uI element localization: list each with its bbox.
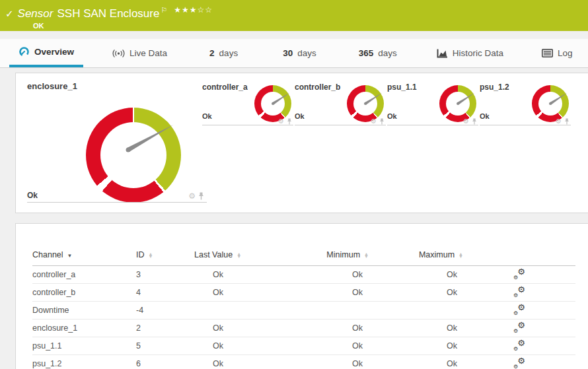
gauge-title: enclosure_1 bbox=[27, 81, 77, 91]
tab-2-days-number: 2 bbox=[209, 48, 215, 58]
cell-id: 3 bbox=[136, 266, 194, 284]
flag-icon[interactable]: ⚐ bbox=[161, 6, 167, 15]
cell-channel: controller_a bbox=[32, 266, 136, 284]
tile-divider bbox=[295, 125, 386, 125]
tab-historic-data[interactable]: Historic Data bbox=[427, 39, 513, 67]
pin-icon[interactable] bbox=[379, 118, 385, 125]
tab-30-days[interactable]: 30 days bbox=[274, 39, 326, 67]
table-row: Downtime -4 ⚙⚙ bbox=[32, 302, 575, 319]
cell-id: 2 bbox=[136, 319, 194, 337]
tile-actions: ⚙ bbox=[278, 118, 292, 125]
cell-minimum: Ok bbox=[310, 355, 369, 369]
gauge-title: psu_1.1 bbox=[387, 83, 417, 92]
historic-chart-icon bbox=[437, 49, 448, 58]
cell-channel: psu_1.1 bbox=[32, 337, 136, 355]
cell-minimum: Ok bbox=[310, 284, 369, 302]
log-list-icon bbox=[542, 49, 553, 57]
cell-channel: controller_b bbox=[32, 284, 136, 302]
table-row: enclosure_1 2 Ok Ok Ok ⚙⚙ bbox=[32, 319, 575, 337]
tile-actions: ⚙ bbox=[463, 118, 477, 125]
gauge-status: Ok bbox=[480, 112, 490, 120]
gauge-tile-psu-1-1[interactable]: psu_1.1 Ok ⚙ bbox=[387, 79, 478, 126]
tab-live-data[interactable]: Live Data bbox=[103, 39, 176, 67]
tab-bar: Overview Live Data 2 days 30 days 365 da… bbox=[0, 39, 588, 68]
cell-channel: psu_1.2 bbox=[32, 355, 136, 369]
tile-divider bbox=[480, 125, 571, 125]
tab-30-days-unit: days bbox=[297, 48, 316, 58]
gauge-tile-controller-b[interactable]: controller_b Ok ⚙ bbox=[295, 79, 386, 126]
pin-icon[interactable] bbox=[287, 118, 292, 125]
sort-icon: ▲▼ bbox=[237, 253, 241, 258]
cell-maximum: Ok bbox=[369, 284, 463, 302]
cell-last-value: Ok bbox=[194, 337, 310, 355]
tab-2-days[interactable]: 2 days bbox=[200, 39, 247, 67]
pin-icon[interactable] bbox=[564, 118, 570, 125]
column-header-id[interactable]: ID▲▼ bbox=[136, 250, 194, 266]
cell-channel: enclosure_1 bbox=[32, 319, 136, 337]
object-kind-label: Sensor bbox=[18, 7, 54, 20]
cell-last-value: Ok bbox=[194, 319, 310, 337]
cell-last-value: Ok bbox=[194, 284, 310, 302]
table-row: psu_1.1 5 Ok Ok Ok ⚙⚙ bbox=[32, 337, 575, 355]
tab-log-label: Log bbox=[558, 48, 573, 58]
stars-empty[interactable]: ☆☆ bbox=[198, 5, 213, 15]
gauge-tile-controller-a[interactable]: controller_a Ok ⚙ bbox=[202, 79, 293, 126]
gauge-tile-psu-1-2[interactable]: psu_1.2 Ok ⚙ bbox=[480, 79, 571, 126]
pin-icon[interactable] bbox=[198, 192, 204, 200]
priority-stars[interactable]: ★★★☆☆ bbox=[174, 5, 213, 15]
tab-365-days-unit: days bbox=[378, 48, 397, 58]
tab-365-days[interactable]: 365 days bbox=[349, 39, 406, 67]
gauges-panel: enclosure_1 Ok ⚙ controller_a Ok ⚙ contr… bbox=[15, 73, 588, 213]
cell-id: -4 bbox=[136, 302, 194, 319]
cell-id: 6 bbox=[136, 355, 194, 369]
ok-check-icon: ✓ bbox=[5, 8, 14, 20]
tile-divider bbox=[202, 125, 293, 125]
sort-icon: ▲▼ bbox=[459, 253, 463, 258]
channel-settings-icon[interactable]: ⚙⚙ bbox=[513, 286, 525, 297]
channel-settings-icon[interactable]: ⚙⚙ bbox=[513, 304, 525, 315]
gauge-tile-enclosure-1[interactable]: enclosure_1 Ok ⚙ bbox=[27, 81, 207, 208]
table-row: psu_1.2 6 Ok Ok Ok ⚙⚙ bbox=[32, 355, 575, 369]
gear-icon[interactable]: ⚙ bbox=[278, 118, 284, 125]
channels-panel: Channel▼ ID▲▼ Last Value▲▼ Minimum▲▼ Max… bbox=[15, 223, 588, 369]
column-header-channel[interactable]: Channel▼ bbox=[32, 250, 136, 266]
tile-actions: ⚙ bbox=[188, 192, 204, 200]
cell-maximum: Ok bbox=[369, 319, 463, 337]
cell-maximum: Ok bbox=[369, 337, 463, 355]
table-row: controller_a 3 Ok Ok Ok ⚙⚙ bbox=[32, 266, 575, 284]
table-header-row: Channel▼ ID▲▼ Last Value▲▼ Minimum▲▼ Max… bbox=[32, 250, 575, 266]
table-row: controller_b 4 Ok Ok Ok ⚙⚙ bbox=[32, 284, 575, 302]
column-header-last-value[interactable]: Last Value▲▼ bbox=[194, 250, 310, 266]
sensor-title-line: ✓SensorSSH SAN Enclosure⚐★★★☆☆ bbox=[5, 3, 588, 20]
tile-actions: ⚙ bbox=[371, 118, 385, 125]
channel-settings-icon[interactable]: ⚙⚙ bbox=[513, 358, 525, 368]
tab-365-days-number: 365 bbox=[359, 48, 374, 58]
tab-log[interactable]: Log bbox=[533, 39, 582, 67]
tab-overview[interactable]: Overview bbox=[9, 39, 83, 67]
column-header-minimum[interactable]: Minimum▲▼ bbox=[310, 250, 369, 266]
cell-last-value: Ok bbox=[194, 355, 310, 369]
gear-icon[interactable]: ⚙ bbox=[371, 118, 377, 125]
cell-minimum: Ok bbox=[310, 266, 369, 284]
cell-minimum: Ok bbox=[310, 337, 369, 355]
sort-icon: ▲▼ bbox=[149, 253, 153, 258]
channel-settings-icon[interactable]: ⚙⚙ bbox=[513, 340, 525, 351]
tab-live-data-label: Live Data bbox=[129, 48, 167, 58]
cell-last-value: Ok bbox=[194, 266, 310, 284]
channel-settings-icon[interactable]: ⚙⚙ bbox=[513, 269, 525, 279]
sort-desc-icon: ▼ bbox=[67, 253, 73, 259]
column-header-maximum[interactable]: Maximum▲▼ bbox=[369, 250, 463, 266]
gear-icon[interactable]: ⚙ bbox=[463, 118, 469, 125]
cell-maximum bbox=[369, 302, 463, 319]
gauge-status: Ok bbox=[295, 112, 305, 120]
cell-maximum: Ok bbox=[369, 266, 463, 284]
gear-icon[interactable]: ⚙ bbox=[188, 192, 196, 200]
column-header-actions bbox=[463, 250, 575, 266]
channel-settings-icon[interactable]: ⚙⚙ bbox=[513, 322, 525, 333]
sensor-status-header: ✓SensorSSH SAN Enclosure⚐★★★☆☆ OK bbox=[0, 0, 588, 31]
gear-icon[interactable]: ⚙ bbox=[556, 118, 562, 125]
live-data-icon bbox=[112, 49, 125, 58]
stars-filled[interactable]: ★★★ bbox=[174, 5, 197, 15]
pin-icon[interactable] bbox=[472, 118, 477, 125]
cell-id: 4 bbox=[136, 284, 194, 302]
